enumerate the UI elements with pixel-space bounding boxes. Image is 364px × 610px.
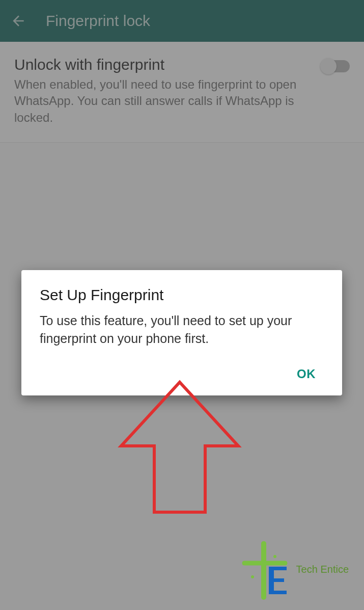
dialog-title: Set Up Fingerprint — [40, 286, 324, 304]
svg-point-5 — [273, 555, 276, 558]
setup-fingerprint-dialog: Set Up Fingerprint To use this feature, … — [21, 270, 342, 395]
watermark-logo-icon — [238, 539, 294, 600]
modal-overlay: Set Up Fingerprint To use this feature, … — [0, 0, 364, 610]
dialog-message: To use this feature, you'll need to set … — [40, 312, 324, 348]
watermark-text: Tech Entice — [296, 564, 349, 575]
dialog-actions: OK — [40, 362, 324, 386]
svg-point-2 — [261, 541, 266, 546]
annotation-arrow-icon — [111, 380, 248, 527]
svg-point-3 — [242, 561, 246, 565]
svg-point-6 — [251, 575, 254, 578]
ok-button[interactable]: OK — [289, 362, 324, 386]
watermark: Tech Entice — [238, 539, 349, 600]
svg-point-4 — [283, 561, 287, 565]
